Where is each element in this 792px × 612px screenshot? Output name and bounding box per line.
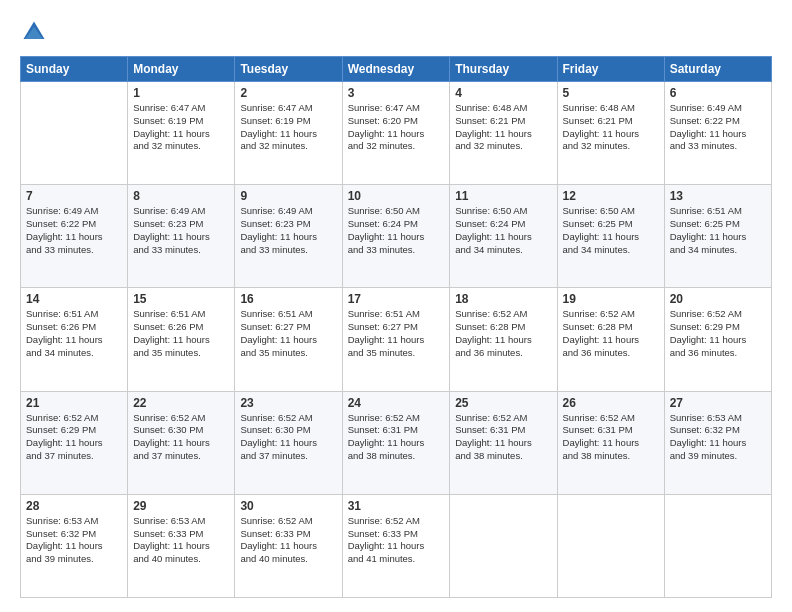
- day-info: Sunrise: 6:51 AM Sunset: 6:26 PM Dayligh…: [133, 308, 229, 359]
- calendar-cell: 8Sunrise: 6:49 AM Sunset: 6:23 PM Daylig…: [128, 185, 235, 288]
- calendar-cell: 17Sunrise: 6:51 AM Sunset: 6:27 PM Dayli…: [342, 288, 450, 391]
- calendar-cell: 25Sunrise: 6:52 AM Sunset: 6:31 PM Dayli…: [450, 391, 557, 494]
- calendar-cell: 1Sunrise: 6:47 AM Sunset: 6:19 PM Daylig…: [128, 82, 235, 185]
- day-info: Sunrise: 6:52 AM Sunset: 6:28 PM Dayligh…: [455, 308, 551, 359]
- day-number: 13: [670, 189, 766, 203]
- logo: [20, 18, 52, 46]
- calendar-cell: 24Sunrise: 6:52 AM Sunset: 6:31 PM Dayli…: [342, 391, 450, 494]
- day-number: 14: [26, 292, 122, 306]
- day-number: 8: [133, 189, 229, 203]
- day-info: Sunrise: 6:51 AM Sunset: 6:25 PM Dayligh…: [670, 205, 766, 256]
- day-number: 7: [26, 189, 122, 203]
- day-number: 23: [240, 396, 336, 410]
- calendar-cell: 29Sunrise: 6:53 AM Sunset: 6:33 PM Dayli…: [128, 494, 235, 597]
- day-number: 19: [563, 292, 659, 306]
- day-info: Sunrise: 6:50 AM Sunset: 6:24 PM Dayligh…: [348, 205, 445, 256]
- calendar-cell: 19Sunrise: 6:52 AM Sunset: 6:28 PM Dayli…: [557, 288, 664, 391]
- day-number: 11: [455, 189, 551, 203]
- day-number: 30: [240, 499, 336, 513]
- calendar-cell: 28Sunrise: 6:53 AM Sunset: 6:32 PM Dayli…: [21, 494, 128, 597]
- calendar-cell: [664, 494, 771, 597]
- calendar-cell: 10Sunrise: 6:50 AM Sunset: 6:24 PM Dayli…: [342, 185, 450, 288]
- day-number: 29: [133, 499, 229, 513]
- calendar-cell: 22Sunrise: 6:52 AM Sunset: 6:30 PM Dayli…: [128, 391, 235, 494]
- calendar-cell: 6Sunrise: 6:49 AM Sunset: 6:22 PM Daylig…: [664, 82, 771, 185]
- day-info: Sunrise: 6:47 AM Sunset: 6:19 PM Dayligh…: [133, 102, 229, 153]
- day-info: Sunrise: 6:52 AM Sunset: 6:31 PM Dayligh…: [348, 412, 445, 463]
- day-info: Sunrise: 6:48 AM Sunset: 6:21 PM Dayligh…: [455, 102, 551, 153]
- day-number: 1: [133, 86, 229, 100]
- calendar-cell: 2Sunrise: 6:47 AM Sunset: 6:19 PM Daylig…: [235, 82, 342, 185]
- weekday-header-friday: Friday: [557, 57, 664, 82]
- day-info: Sunrise: 6:49 AM Sunset: 6:23 PM Dayligh…: [240, 205, 336, 256]
- day-info: Sunrise: 6:50 AM Sunset: 6:25 PM Dayligh…: [563, 205, 659, 256]
- weekday-header-row: SundayMondayTuesdayWednesdayThursdayFrid…: [21, 57, 772, 82]
- day-number: 15: [133, 292, 229, 306]
- calendar-cell: [450, 494, 557, 597]
- day-info: Sunrise: 6:52 AM Sunset: 6:33 PM Dayligh…: [348, 515, 445, 566]
- weekday-header-monday: Monday: [128, 57, 235, 82]
- day-info: Sunrise: 6:52 AM Sunset: 6:29 PM Dayligh…: [670, 308, 766, 359]
- day-info: Sunrise: 6:48 AM Sunset: 6:21 PM Dayligh…: [563, 102, 659, 153]
- day-info: Sunrise: 6:52 AM Sunset: 6:30 PM Dayligh…: [240, 412, 336, 463]
- calendar-cell: 27Sunrise: 6:53 AM Sunset: 6:32 PM Dayli…: [664, 391, 771, 494]
- day-info: Sunrise: 6:47 AM Sunset: 6:20 PM Dayligh…: [348, 102, 445, 153]
- day-info: Sunrise: 6:49 AM Sunset: 6:22 PM Dayligh…: [670, 102, 766, 153]
- calendar-cell: 31Sunrise: 6:52 AM Sunset: 6:33 PM Dayli…: [342, 494, 450, 597]
- day-number: 3: [348, 86, 445, 100]
- calendar-cell: 13Sunrise: 6:51 AM Sunset: 6:25 PM Dayli…: [664, 185, 771, 288]
- calendar-cell: 5Sunrise: 6:48 AM Sunset: 6:21 PM Daylig…: [557, 82, 664, 185]
- day-number: 2: [240, 86, 336, 100]
- calendar-cell: [557, 494, 664, 597]
- day-info: Sunrise: 6:49 AM Sunset: 6:23 PM Dayligh…: [133, 205, 229, 256]
- day-number: 27: [670, 396, 766, 410]
- day-number: 6: [670, 86, 766, 100]
- day-number: 5: [563, 86, 659, 100]
- weekday-header-saturday: Saturday: [664, 57, 771, 82]
- day-info: Sunrise: 6:51 AM Sunset: 6:27 PM Dayligh…: [348, 308, 445, 359]
- day-number: 10: [348, 189, 445, 203]
- calendar-cell: [21, 82, 128, 185]
- day-info: Sunrise: 6:47 AM Sunset: 6:19 PM Dayligh…: [240, 102, 336, 153]
- calendar-cell: 14Sunrise: 6:51 AM Sunset: 6:26 PM Dayli…: [21, 288, 128, 391]
- day-number: 31: [348, 499, 445, 513]
- calendar-cell: 12Sunrise: 6:50 AM Sunset: 6:25 PM Dayli…: [557, 185, 664, 288]
- day-number: 16: [240, 292, 336, 306]
- page: SundayMondayTuesdayWednesdayThursdayFrid…: [0, 0, 792, 612]
- day-info: Sunrise: 6:53 AM Sunset: 6:33 PM Dayligh…: [133, 515, 229, 566]
- day-info: Sunrise: 6:49 AM Sunset: 6:22 PM Dayligh…: [26, 205, 122, 256]
- day-info: Sunrise: 6:53 AM Sunset: 6:32 PM Dayligh…: [26, 515, 122, 566]
- day-info: Sunrise: 6:53 AM Sunset: 6:32 PM Dayligh…: [670, 412, 766, 463]
- calendar-cell: 30Sunrise: 6:52 AM Sunset: 6:33 PM Dayli…: [235, 494, 342, 597]
- day-info: Sunrise: 6:52 AM Sunset: 6:28 PM Dayligh…: [563, 308, 659, 359]
- calendar-cell: 3Sunrise: 6:47 AM Sunset: 6:20 PM Daylig…: [342, 82, 450, 185]
- header: [20, 18, 772, 46]
- calendar-cell: 21Sunrise: 6:52 AM Sunset: 6:29 PM Dayli…: [21, 391, 128, 494]
- day-number: 28: [26, 499, 122, 513]
- calendar-week-row: 1Sunrise: 6:47 AM Sunset: 6:19 PM Daylig…: [21, 82, 772, 185]
- calendar-week-row: 7Sunrise: 6:49 AM Sunset: 6:22 PM Daylig…: [21, 185, 772, 288]
- calendar-cell: 4Sunrise: 6:48 AM Sunset: 6:21 PM Daylig…: [450, 82, 557, 185]
- calendar-cell: 23Sunrise: 6:52 AM Sunset: 6:30 PM Dayli…: [235, 391, 342, 494]
- day-info: Sunrise: 6:52 AM Sunset: 6:29 PM Dayligh…: [26, 412, 122, 463]
- day-number: 12: [563, 189, 659, 203]
- calendar-week-row: 14Sunrise: 6:51 AM Sunset: 6:26 PM Dayli…: [21, 288, 772, 391]
- calendar-cell: 15Sunrise: 6:51 AM Sunset: 6:26 PM Dayli…: [128, 288, 235, 391]
- weekday-header-sunday: Sunday: [21, 57, 128, 82]
- day-number: 9: [240, 189, 336, 203]
- day-info: Sunrise: 6:50 AM Sunset: 6:24 PM Dayligh…: [455, 205, 551, 256]
- day-info: Sunrise: 6:52 AM Sunset: 6:33 PM Dayligh…: [240, 515, 336, 566]
- day-number: 26: [563, 396, 659, 410]
- day-info: Sunrise: 6:52 AM Sunset: 6:31 PM Dayligh…: [455, 412, 551, 463]
- day-number: 24: [348, 396, 445, 410]
- day-number: 20: [670, 292, 766, 306]
- calendar-cell: 11Sunrise: 6:50 AM Sunset: 6:24 PM Dayli…: [450, 185, 557, 288]
- day-info: Sunrise: 6:51 AM Sunset: 6:27 PM Dayligh…: [240, 308, 336, 359]
- day-number: 4: [455, 86, 551, 100]
- calendar-cell: 26Sunrise: 6:52 AM Sunset: 6:31 PM Dayli…: [557, 391, 664, 494]
- calendar-cell: 9Sunrise: 6:49 AM Sunset: 6:23 PM Daylig…: [235, 185, 342, 288]
- logo-icon: [20, 18, 48, 46]
- weekday-header-tuesday: Tuesday: [235, 57, 342, 82]
- calendar-week-row: 21Sunrise: 6:52 AM Sunset: 6:29 PM Dayli…: [21, 391, 772, 494]
- calendar-week-row: 28Sunrise: 6:53 AM Sunset: 6:32 PM Dayli…: [21, 494, 772, 597]
